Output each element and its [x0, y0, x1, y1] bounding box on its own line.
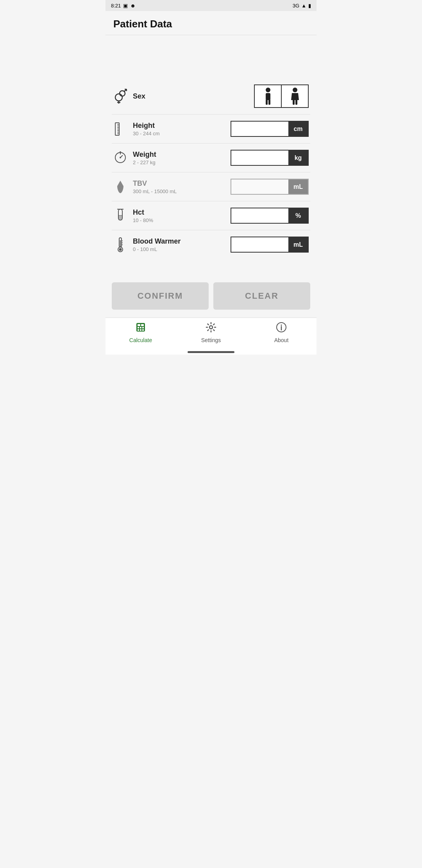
status-time: 8:21: [111, 3, 121, 9]
svg-point-34: [119, 248, 122, 251]
svg-rect-14: [295, 99, 297, 105]
svg-rect-8: [266, 93, 270, 100]
svg-rect-47: [142, 329, 144, 331]
tbv-row: TBV 300 mL - 15000 mL mL: [112, 172, 310, 201]
bottom-navigation: Calculate Settings About: [106, 317, 316, 349]
height-input-group: cm: [231, 121, 309, 137]
weight-icon: [113, 151, 127, 165]
tbv-input-group: mL: [231, 179, 309, 195]
tbv-icon: [113, 180, 127, 194]
about-icon: [276, 322, 287, 335]
status-bar: 8:21 ▣ ☻ 3G ▲ ▮: [106, 0, 316, 11]
nav-about[interactable]: About: [246, 322, 316, 343]
sex-male-button[interactable]: [254, 84, 281, 108]
tbv-range: 300 mL - 15000 mL: [133, 188, 177, 194]
svg-rect-42: [138, 327, 139, 328]
svg-rect-41: [141, 324, 144, 326]
svg-point-11: [293, 88, 297, 92]
confirm-button[interactable]: CONFIRM: [112, 282, 209, 310]
weight-unit: kg: [288, 151, 308, 165]
height-unit: cm: [288, 122, 308, 136]
weight-row: Weight 2 - 227 kg kg: [112, 143, 310, 172]
clear-button[interactable]: CLEAR: [213, 282, 310, 310]
svg-rect-9: [266, 99, 268, 105]
svg-rect-43: [140, 327, 141, 328]
sex-label: Sex: [133, 92, 145, 100]
blood-warmer-label: Blood Warmer: [133, 237, 181, 246]
svg-rect-46: [140, 329, 141, 331]
blood-warmer-range: 0 - 100 mL: [133, 246, 181, 252]
main-content: Sex: [106, 35, 316, 267]
blood-warmer-input[interactable]: [231, 237, 288, 252]
action-buttons: CONFIRM CLEAR: [106, 274, 316, 317]
svg-point-3: [120, 91, 125, 96]
hct-icon: [113, 208, 127, 223]
signal-icon: ▲: [301, 3, 306, 9]
svg-rect-40: [138, 324, 140, 326]
settings-label: Settings: [201, 337, 221, 343]
tbv-label: TBV: [133, 179, 177, 188]
hct-unit: %: [288, 208, 308, 223]
svg-point-7: [266, 88, 270, 92]
face-icon: ☻: [130, 3, 136, 9]
header: Patient Data: [106, 11, 316, 35]
blood-warmer-row: Blood Warmer 0 - 100 mL mL: [112, 230, 310, 259]
weight-label: Weight: [133, 151, 156, 159]
height-range: 30 - 244 cm: [133, 131, 160, 136]
weight-input-group: kg: [231, 150, 309, 166]
about-label: About: [274, 337, 289, 343]
calculate-icon: [135, 322, 146, 335]
home-bar: [188, 351, 234, 353]
hct-row: Hct 10 - 80% %: [112, 201, 310, 230]
svg-rect-44: [142, 327, 144, 328]
height-icon: [113, 122, 127, 136]
network-label: 3G: [293, 3, 299, 9]
sim-icon: ▣: [123, 3, 128, 9]
calculate-label: Calculate: [129, 337, 152, 343]
svg-rect-45: [138, 329, 139, 331]
svg-rect-29: [118, 215, 122, 220]
svg-point-48: [209, 326, 213, 329]
svg-rect-35: [120, 240, 121, 247]
svg-rect-10: [268, 99, 270, 105]
battery-icon: ▮: [308, 3, 311, 9]
sex-icon: [113, 89, 127, 104]
sex-female-button[interactable]: [281, 84, 309, 108]
hct-input-group: %: [231, 208, 309, 224]
height-label: Height: [133, 122, 160, 130]
page-title: Patient Data: [113, 18, 309, 30]
sex-selector: [254, 84, 309, 108]
hct-label: Hct: [133, 208, 153, 217]
svg-point-27: [120, 157, 121, 158]
blood-warmer-unit: mL: [288, 237, 308, 252]
sex-row: Sex: [112, 78, 310, 115]
nav-calculate[interactable]: Calculate: [106, 322, 176, 343]
hct-range: 10 - 80%: [133, 217, 153, 223]
hct-input[interactable]: [231, 208, 288, 223]
height-row: Height 30 - 244 cm cm: [112, 115, 310, 143]
svg-marker-12: [291, 93, 299, 100]
blood-warmer-icon: [113, 237, 127, 253]
tbv-unit: mL: [288, 179, 308, 194]
settings-icon: [206, 322, 216, 335]
blood-warmer-input-group: mL: [231, 237, 309, 253]
weight-range: 2 - 227 kg: [133, 160, 156, 165]
svg-point-0: [115, 94, 122, 101]
svg-point-25: [120, 151, 121, 153]
nav-settings[interactable]: Settings: [176, 322, 246, 343]
weight-input[interactable]: [231, 151, 288, 165]
height-input[interactable]: [231, 122, 288, 136]
svg-rect-13: [293, 99, 295, 105]
tbv-input[interactable]: [231, 179, 288, 194]
home-indicator: [106, 349, 316, 355]
svg-point-51: [281, 325, 282, 326]
top-spacer: [112, 43, 310, 78]
